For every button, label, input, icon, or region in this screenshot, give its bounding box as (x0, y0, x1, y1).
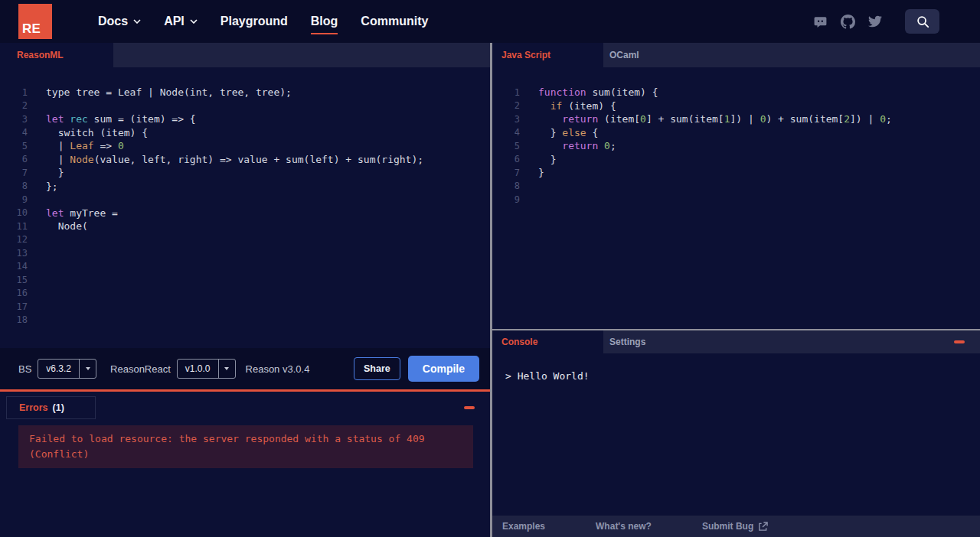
reasonreact-version-select[interactable]: v1.0.0 (177, 359, 236, 379)
nav-item-blog[interactable]: Blog (311, 0, 338, 43)
errors-panel: Errors (1) Failed to load resource: the … (0, 389, 490, 537)
code-line: 2 if (item) { (492, 99, 980, 113)
code-line: 18 (0, 314, 490, 327)
social-icons (813, 15, 882, 29)
collapse-errors-icon[interactable] (464, 406, 475, 409)
reason-logo[interactable]: RE (18, 4, 52, 39)
chevron-down-icon (190, 19, 198, 24)
code-line: 3let rec sum = (item) => { (0, 112, 490, 126)
tab-errors[interactable]: Errors (1) (6, 396, 96, 419)
code-line: 13 (0, 246, 490, 260)
code-line: 11 Node( (0, 220, 490, 233)
search-button[interactable] (905, 9, 939, 34)
collapse-console-icon[interactable] (954, 340, 965, 343)
right-tabbar: Java Script OCaml (492, 43, 980, 67)
tab-javascript[interactable]: Java Script (492, 43, 603, 67)
reason-version-text: Reason v3.0.4 (246, 363, 310, 375)
nav-item-api[interactable]: API (164, 0, 198, 43)
github-icon[interactable] (841, 15, 855, 29)
tab-settings[interactable]: Settings (603, 330, 655, 353)
bs-label: BS (18, 363, 31, 375)
code-line: 15 (0, 273, 490, 287)
playground-footer: Examples What's new? Submit Bug (492, 516, 980, 537)
code-line: 6 | Node(value, left, right) => value + … (0, 153, 490, 167)
external-link-icon (758, 522, 768, 532)
tab-console[interactable]: Console (492, 330, 603, 353)
left-tabbar: ReasonML (0, 43, 490, 67)
code-line: 8}; (0, 180, 490, 194)
main-content: ReasonML 1type tree = Leaf | Node(int, t… (0, 43, 980, 537)
caret-down-icon (224, 367, 229, 370)
code-line: 6 } (492, 153, 980, 167)
code-line: 3 return (item[0] + sum(item[1]) | 0) + … (492, 112, 980, 126)
search-icon (916, 15, 929, 28)
code-line: 9 (492, 193, 980, 207)
main-nav: Docs API Playground Blog Community (98, 0, 428, 43)
reason-editor-panel: ReasonML 1type tree = Leaf | Node(int, t… (0, 43, 490, 537)
reasonreact-label: ReasonReact (110, 363, 171, 375)
select-arrow[interactable] (218, 360, 235, 378)
editor-toolbar: BS v6.3.2 ReasonReact v1.0.0 Reason v3.0… (0, 348, 490, 389)
caret-down-icon (86, 367, 90, 370)
errors-header: Errors (1) (0, 392, 490, 424)
nav-item-playground[interactable]: Playground (220, 0, 288, 43)
chevron-down-icon (133, 19, 141, 24)
code-line: 5 return 0; (492, 139, 980, 153)
code-line: 10let myTree = (0, 207, 490, 220)
code-line: 8 (492, 180, 980, 194)
footer-link-examples[interactable]: Examples (502, 521, 545, 532)
console-tabbar: Console Settings (492, 330, 980, 353)
twitter-icon[interactable] (868, 15, 882, 28)
reason-playground-app: RE Docs API Playground Blog Community (0, 0, 980, 537)
code-line: 17 (0, 300, 490, 314)
code-line: 16 (0, 287, 490, 301)
discord-icon[interactable] (813, 15, 828, 29)
errors-count-badge: (1) (53, 402, 64, 413)
code-line: 4 switch (item) { (0, 126, 490, 140)
code-editor-javascript[interactable]: 1function sum(item) {2 if (item) {3 retu… (492, 67, 980, 329)
bs-version-select[interactable]: v6.3.2 (38, 359, 96, 379)
code-line: 7} (492, 166, 980, 180)
code-editor-reasonml[interactable]: 1type tree = Leaf | Node(int, tree, tree… (0, 67, 490, 348)
code-line: 4 } else { (492, 126, 980, 140)
code-line: 2 (0, 99, 490, 113)
code-line: 14 (0, 260, 490, 274)
footer-link-submit-bug[interactable]: Submit Bug (702, 521, 768, 532)
code-line: 7 } (0, 166, 490, 180)
nav-item-docs[interactable]: Docs (98, 0, 141, 43)
console-output: > Hello World! (492, 353, 980, 516)
navbar: RE Docs API Playground Blog Community (0, 0, 980, 43)
error-message: Failed to load resource: the server resp… (18, 425, 473, 468)
code-line: 5 | Leaf => 0 (0, 139, 490, 153)
code-line: 1type tree = Leaf | Node(int, tree, tree… (0, 86, 490, 99)
tab-reasonml[interactable]: ReasonML (0, 43, 113, 67)
footer-link-whats-new[interactable]: What's new? (596, 521, 652, 532)
tab-ocaml[interactable]: OCaml (603, 43, 648, 67)
code-line: 9 (0, 193, 490, 207)
nav-item-community[interactable]: Community (361, 0, 428, 43)
code-line: 1function sum(item) { (492, 86, 980, 99)
output-panel: Java Script OCaml 1function sum(item) {2… (492, 43, 980, 537)
select-arrow[interactable] (79, 360, 96, 378)
share-button[interactable]: Share (354, 357, 400, 380)
compile-button[interactable]: Compile (408, 356, 479, 382)
code-line: 12 (0, 233, 490, 247)
